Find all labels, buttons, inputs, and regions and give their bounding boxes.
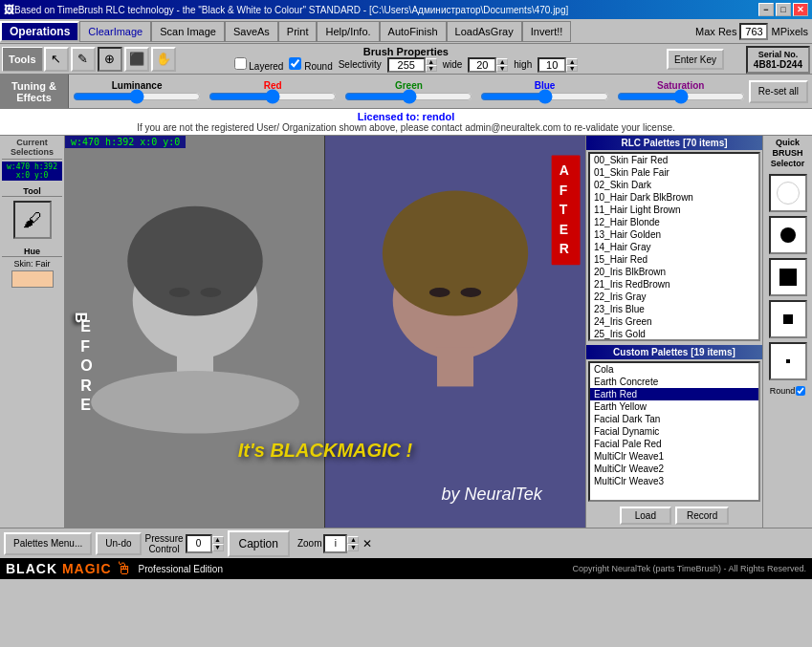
selectivity-input[interactable] (387, 57, 426, 73)
select-tool-button[interactable]: ↖ (44, 47, 69, 72)
green-slider[interactable] (344, 91, 472, 102)
quick-brush-title: QuickBRUSHSelector (771, 138, 805, 168)
canvas-area[interactable]: w:470 h:392 x:0 y:0 (65, 136, 585, 528)
caption-button[interactable]: Caption (228, 530, 290, 557)
clone-tool-button[interactable]: ⊕ (98, 47, 122, 72)
palette-item-cola[interactable]: Cola (590, 363, 758, 376)
zoom-up[interactable]: ▲ (347, 536, 359, 544)
palette-item-multiclr-weave3[interactable]: MultiClr Weave3 (590, 475, 758, 487)
saturation-slider[interactable] (617, 91, 745, 102)
pressure-input[interactable] (186, 534, 212, 553)
undo-button[interactable]: Un-do (96, 532, 141, 555)
palette-item-multiclr-weave1[interactable]: MultiClr Weave1 (590, 450, 758, 463)
brush-preview-small-square[interactable] (769, 258, 807, 296)
paint-bucket-button[interactable]: ⬛ (124, 47, 149, 72)
enter-key-button[interactable]: Enter Key (667, 49, 724, 70)
serial-value: 4B81-D244 (754, 59, 802, 70)
palette-item-facial-pale-red[interactable]: Facial Pale Red (590, 438, 758, 450)
palette-item-facial-dark-tan[interactable]: Facial Dark Tan (590, 413, 758, 425)
palette-item-multiclr-weave2[interactable]: MultiClr Weave2 (590, 463, 758, 475)
palette-item-iris-blue[interactable]: 23_Iris Blue (590, 303, 758, 315)
palette-item-skin-pale-fair[interactable]: 01_Skin Pale Fair (590, 166, 758, 179)
close-button[interactable]: ✕ (793, 3, 808, 16)
high-down[interactable]: ▼ (566, 65, 578, 72)
red-slider[interactable] (208, 91, 337, 102)
reset-all-button[interactable]: Re-set all (749, 80, 808, 103)
high-input[interactable] (538, 57, 566, 73)
palette-item-hair-dark[interactable]: 10_Hair Dark BlkBrown (590, 191, 758, 204)
maximize-button[interactable]: □ (776, 3, 791, 16)
zoom-input[interactable] (323, 534, 347, 553)
load-as-gray-menu[interactable]: LoadAsGray (447, 21, 522, 42)
palette-item-iris-gold[interactable]: 25_Iris Gold (590, 328, 758, 340)
layered-checkbox[interactable] (234, 57, 247, 70)
round-checkbox[interactable] (289, 57, 301, 70)
brush-props-title: Brush Properties (363, 46, 449, 57)
palette-item-iris-blkbrown[interactable]: 20_Iris BlkBrown (590, 266, 758, 278)
zoom-down[interactable]: ▼ (347, 544, 359, 551)
palette-item-hair-blonde[interactable]: 12_Hair Blonde (590, 216, 758, 228)
tuning-label: Tuning &Effects (0, 75, 69, 108)
save-as-menu[interactable]: SaveAs (225, 21, 278, 42)
svg-point-10 (200, 288, 221, 297)
brush-preview-medium[interactable] (769, 216, 807, 254)
palette-item-facial-dynamic[interactable]: Facial Dynamic (590, 425, 758, 438)
palette-item-skin-dark[interactable]: 02_Skin Dark (590, 179, 758, 191)
high-up[interactable]: ▲ (566, 58, 578, 65)
license-warning: If you are not the registered User/ Orga… (4, 122, 808, 133)
print-menu[interactable]: Print (278, 21, 318, 42)
palette-item-skin-fair-red[interactable]: 00_Skin Fair Red (590, 154, 758, 166)
selectivity-down[interactable]: ▼ (426, 65, 437, 72)
palette-item-iris-redbrown[interactable]: 21_Iris RedBrown (590, 278, 758, 291)
auto-finish-menu[interactable]: AutoFinish (380, 21, 447, 42)
minimize-button[interactable]: − (758, 3, 774, 16)
svg-text:It's BLACKMAGIC !: It's BLACKMAGIC ! (238, 440, 413, 461)
clear-image-menu[interactable]: ClearImage (79, 21, 151, 42)
blue-slider-section: Blue (476, 78, 612, 104)
palette-item-earth-red[interactable]: Earth Red (590, 388, 758, 400)
toolsbar: Tools ↖ ✎ ⊕ ⬛ ✋ Brush Properties Layered… (0, 44, 812, 75)
palettes-menu-button[interactable]: Palettes Menu... (4, 532, 92, 555)
wide-up[interactable]: ▲ (496, 58, 508, 65)
operations-menu[interactable]: Operations (0, 21, 79, 42)
record-button[interactable]: Record (675, 507, 729, 525)
brush-preview-dot[interactable] (769, 342, 807, 380)
custom-palette-list[interactable]: Cola Earth Concrete Earth Red Earth Yell… (588, 361, 760, 502)
pressure-down[interactable]: ▼ (212, 544, 224, 551)
palette-item-hair-golden[interactable]: 13_Hair Golden (590, 228, 758, 241)
palette-item-earth-yellow[interactable]: Earth Yellow (590, 400, 758, 413)
brush-tool-button[interactable]: ✎ (71, 47, 96, 72)
svg-text:A: A (560, 162, 569, 178)
rlc-palette-list[interactable]: 00_Skin Fair Red 01_Skin Pale Fair 02_Sk… (588, 152, 760, 341)
wide-down[interactable]: ▼ (496, 65, 508, 72)
palette-item-hair-gray[interactable]: 14_Hair Gray (590, 241, 758, 253)
wide-input[interactable] (468, 57, 496, 73)
help-menu[interactable]: Help/Info. (317, 21, 379, 42)
scan-image-menu[interactable]: Scan Image (151, 21, 225, 42)
close-zoom-btn[interactable]: ✕ (362, 537, 372, 550)
svg-rect-8 (65, 136, 325, 528)
palette-item-iris-green[interactable]: 24_Iris Green (590, 315, 758, 328)
palette-item-iris-gray[interactable]: 22_Iris Gray (590, 291, 758, 303)
selectivity-up[interactable]: ▲ (426, 58, 437, 65)
palette-item-hair-red[interactable]: 15_Hair Red (590, 253, 758, 266)
blue-slider[interactable] (480, 91, 608, 102)
svg-text:by NeuralTek: by NeuralTek (441, 485, 542, 504)
max-res-input[interactable] (739, 23, 768, 40)
cursor-icon: 🖱 (116, 559, 133, 579)
round-checkbox-label: Round (289, 57, 332, 72)
brush-preview-tiny-square[interactable] (769, 300, 807, 338)
footer-copyright: Copyright NeuralTek (parts TimeBrush) - … (572, 564, 806, 573)
palette-item-hair-light[interactable]: 11_Hair Light Brown (590, 204, 758, 216)
brush-preview-large[interactable] (769, 174, 807, 212)
hand-tool-button[interactable]: ✋ (151, 47, 176, 72)
palette-item-earth-concrete[interactable]: Earth Concrete (590, 376, 758, 388)
palette-item-makeup-reds[interactable]: 30_Makeup Reds (590, 340, 758, 341)
load-button[interactable]: Load (620, 507, 671, 525)
pressure-up[interactable]: ▲ (212, 536, 224, 544)
menubar: Operations ClearImage Scan Image SaveAs … (0, 19, 812, 44)
license-text: Licensed to: rendol (4, 111, 808, 122)
round-toggle-checkbox[interactable] (796, 386, 805, 396)
invert-menu[interactable]: Invert!! (522, 21, 572, 42)
luminance-slider[interactable] (73, 91, 201, 102)
